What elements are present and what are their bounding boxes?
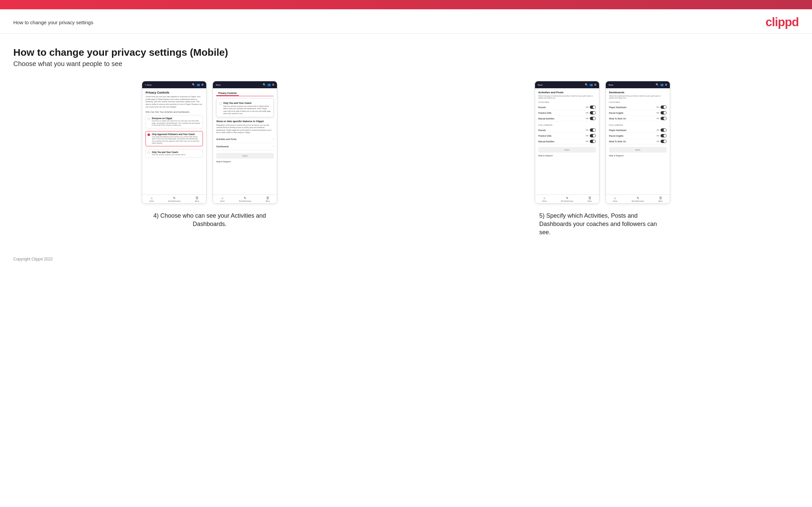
nav-home-4[interactable]: ⌂ Home <box>613 196 617 202</box>
people-icon-2[interactable]: 👥 <box>267 83 271 86</box>
followers-work-toggle[interactable] <box>661 140 666 143</box>
menu-row-dashboards[interactable]: Dashboards › <box>216 143 274 150</box>
followers-work-label: What To Work On <box>609 140 626 143</box>
followers-drills-toggle[interactable] <box>590 134 596 137</box>
option-approved-desc: Only approved followers and coaches you … <box>152 136 201 144</box>
coaches-rounds-on: ON <box>586 106 589 108</box>
nav-performance-2[interactable]: ✎ My Performance <box>239 196 251 202</box>
nav-home[interactable]: ⌂ Home <box>149 196 154 202</box>
coaches-drills-toggle[interactable] <box>590 111 596 114</box>
screenshots-row: ‹ < Back 🔍 👥 ⚙ Privacy Controls Control … <box>13 81 799 237</box>
popup-radio-circle[interactable] <box>219 102 222 105</box>
settings-icon[interactable]: ⚙ <box>201 83 204 86</box>
save-button-4[interactable]: Save <box>609 147 666 153</box>
search-icon-3[interactable]: 🔍 <box>585 83 588 86</box>
coaches-drills-toggle-wrapper: ON <box>586 111 596 114</box>
caption-5: 5) Specify which Activities, Posts and D… <box>539 212 666 237</box>
save-button-2[interactable]: Save <box>216 153 274 159</box>
people-icon[interactable]: 👥 <box>197 83 200 86</box>
screen2-body: Privacy Controls Only You and Your Coach… <box>213 88 277 194</box>
phone-screen2: ‹ Back 🔍 👥 ⚙ Privacy Controls <box>212 81 277 204</box>
followers-player-toggle[interactable] <box>661 128 666 132</box>
page-subtitle: Choose what you want people to see <box>13 60 799 68</box>
screen4-back[interactable]: ‹ Back <box>608 83 613 86</box>
coaches-manual-toggle[interactable] <box>590 117 596 120</box>
screen4-body: Dashboards Select the dashboards that yo… <box>606 88 670 194</box>
option-everyone[interactable]: Everyone on Clippd Everyone on Clippd ca… <box>146 115 203 128</box>
nav-menu-3[interactable]: ☰ Menu <box>588 196 592 202</box>
screen1-topbar: ‹ < Back 🔍 👥 ⚙ <box>142 81 206 88</box>
coaches-insights-toggle[interactable] <box>661 111 666 114</box>
screen1-icons: 🔍 👥 ⚙ <box>192 83 204 86</box>
search-icon[interactable]: 🔍 <box>192 83 195 86</box>
nav-menu-2[interactable]: ☰ Menu <box>266 196 270 202</box>
followers-rounds-label: Rounds <box>538 129 546 131</box>
followers-label-3: FOLLOWERS <box>538 124 596 126</box>
option-everyone-title: Everyone on Clippd <box>152 117 201 119</box>
search-icon-2[interactable]: 🔍 <box>263 83 266 86</box>
coaches-work-toggle[interactable] <box>661 117 666 120</box>
nav-home-2[interactable]: ⌂ Home <box>220 196 224 202</box>
nav-performance[interactable]: ✎ My Performance <box>168 196 181 202</box>
search-icon-4[interactable]: 🔍 <box>656 83 659 86</box>
home-icon-3: ⌂ <box>543 196 545 200</box>
screen1-nav: ⌂ Home ✎ My Performance ☰ Menu <box>142 194 206 204</box>
logo: clippd <box>765 15 799 29</box>
popup-text: Only You and Your Coach Only you and the… <box>223 102 271 115</box>
nav-performance-3[interactable]: ✎ My Performance <box>561 196 573 202</box>
screen3-title: Activities and Posts <box>538 91 596 94</box>
save-button-3[interactable]: Save <box>538 147 596 153</box>
option-only-you-desc: Only you and the coaches you connect wit… <box>152 154 186 156</box>
chevron-activities-icon: › <box>273 138 274 141</box>
screen1-desc: Control how you and your data appears to… <box>146 96 203 108</box>
followers-insights-row: Round Insights ON <box>609 133 666 139</box>
coaches-player-toggle[interactable] <box>661 106 666 109</box>
nav-menu-4[interactable]: ☰ Menu <box>658 196 663 202</box>
screen3-nav: ⌂ Home ✎ My Performance ☰ Menu <box>535 194 599 204</box>
coaches-rounds-toggle[interactable] <box>590 106 596 109</box>
nav-menu[interactable]: ☰ Menu <box>195 196 199 202</box>
followers-insights-toggle[interactable] <box>661 134 666 137</box>
option-everyone-desc: Everyone on Clippd can search for you an… <box>152 120 201 126</box>
option-approved[interactable]: Only Approved Followers and Your Coach O… <box>146 131 203 146</box>
settings-icon-3[interactable]: ⚙ <box>594 83 597 86</box>
nav-performance-4[interactable]: ✎ My Performance <box>632 196 644 202</box>
followers-rounds-toggle[interactable] <box>590 128 596 132</box>
screen4-icons: 🔍 👥 ⚙ <box>656 83 667 86</box>
people-icon-3[interactable]: 👥 <box>590 83 593 86</box>
show-hide-title: Show or hide specific features in Clippd <box>216 120 274 123</box>
privacy-controls-tab[interactable]: Privacy Controls <box>216 91 239 96</box>
help-section-2: Help & Support <box>216 161 274 163</box>
help-section-4: Help & Support <box>609 155 666 157</box>
followers-manual-on: ON <box>586 140 589 143</box>
coaches-player-wrapper: ON <box>657 106 666 109</box>
radio-only-you[interactable] <box>147 151 150 154</box>
coaches-insights-label: Round Insights <box>609 112 623 114</box>
option-only-you-title: Only You and Your Coach <box>152 151 186 153</box>
coaches-manual-toggle-wrapper: ON <box>586 117 596 120</box>
settings-icon-2[interactable]: ⚙ <box>272 83 274 86</box>
followers-rounds-toggle-wrapper: ON <box>586 128 596 132</box>
nav-home-3[interactable]: ⌂ Home <box>542 196 546 202</box>
caption-4: 4) Choose who can see your Activities an… <box>153 212 266 228</box>
header: How to change your privacy settings clip… <box>0 9 812 34</box>
settings-icon-4[interactable]: ⚙ <box>665 83 667 86</box>
screen4-topbar: ‹ Back 🔍 👥 ⚙ <box>606 81 670 88</box>
screen3-back[interactable]: ‹ Back <box>538 83 543 86</box>
followers-work-row: What To Work On ON <box>609 139 666 144</box>
radio-everyone[interactable] <box>147 117 150 120</box>
radio-approved[interactable] <box>147 133 150 136</box>
nav-menu-label: Menu <box>195 200 199 202</box>
screen2-back[interactable]: ‹ Back <box>215 83 220 86</box>
option-only-you-text: Only You and Your Coach Only you and the… <box>152 151 186 156</box>
coaches-work-wrapper: ON <box>657 117 666 120</box>
home-icon: ⌂ <box>151 196 152 200</box>
option-only-you[interactable]: Only You and Your Coach Only you and the… <box>146 149 203 158</box>
main-content: How to change your privacy settings (Mob… <box>0 34 812 281</box>
coaches-drills-label: Practice Drills <box>538 112 552 114</box>
screen1-back[interactable]: ‹ < Back <box>145 83 151 86</box>
people-icon-4[interactable]: 👥 <box>660 83 664 86</box>
followers-work-wrapper: ON <box>657 140 666 143</box>
menu-row-activities[interactable]: Activities and Posts › <box>216 136 274 143</box>
followers-manual-toggle[interactable] <box>590 140 596 143</box>
